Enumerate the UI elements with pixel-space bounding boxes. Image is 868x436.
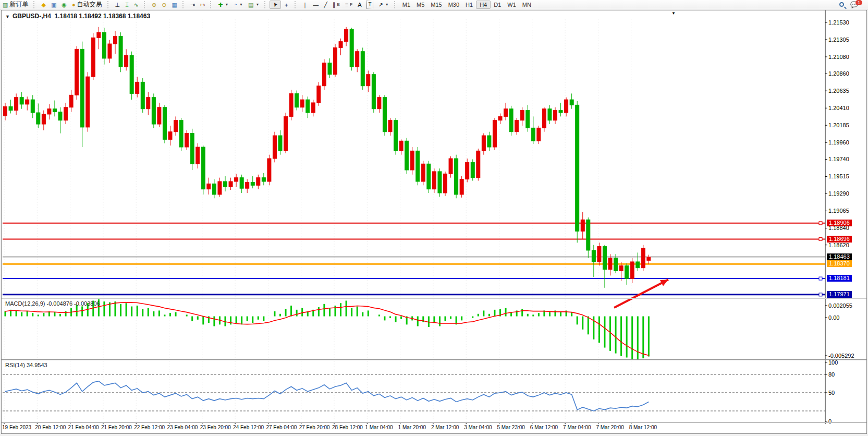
publish-icon[interactable]: ▣ [48, 1, 59, 9]
candle-body [64, 107, 68, 120]
bar-chart-icon[interactable]: ⊥ [113, 1, 123, 9]
date-axis-label: 21 Feb 20:00 [101, 425, 132, 430]
candle-body [300, 100, 304, 107]
zoom-out-icon[interactable]: ⊖ [159, 1, 169, 9]
candle-body [278, 136, 282, 151]
candle-body [449, 159, 453, 174]
templates-icon-caret[interactable]: ▼ [255, 3, 259, 6]
channel-icon[interactable]: ∥E [330, 1, 343, 9]
timeframe-mn[interactable]: MN [519, 1, 534, 9]
candle-body [361, 52, 364, 86]
candlestick-chart-icon[interactable]: ⌶ [123, 1, 131, 9]
candle-body [141, 82, 144, 108]
channel-icon: ∥ [333, 1, 336, 8]
timeframe-w1[interactable]: W1 [504, 1, 519, 9]
date-axis-splitter [2, 422, 866, 423]
candle-body [190, 134, 194, 164]
auto-trading-button[interactable]: ●自动交易 [69, 1, 105, 9]
toolbar-separator [182, 1, 186, 8]
price-tick-label: 1.21530 [828, 19, 849, 26]
arrows-icon-caret[interactable]: ▼ [385, 3, 389, 6]
price-tick-label: 1.21080 [828, 54, 849, 60]
arrows-icon[interactable]: ↗▼ [376, 1, 392, 9]
timeframe-m1[interactable]: M1 [399, 1, 413, 9]
tile-windows-icon[interactable]: ▦ [169, 1, 179, 9]
candle-body [531, 128, 535, 141]
periods-icon: ◔ [234, 1, 237, 8]
fibonacci-icon[interactable]: ≡F [343, 1, 355, 9]
trendline-icon[interactable]: ╱ [321, 1, 330, 9]
date-axis-label: 7 Mar 04:00 [563, 425, 591, 430]
candle-body [86, 77, 90, 127]
candle-body [125, 55, 128, 67]
vertical-line-icon[interactable]: ｜ [300, 1, 311, 9]
timeframe-m5[interactable]: M5 [413, 1, 427, 9]
periods-icon[interactable]: ◔▼ [231, 1, 246, 9]
rsi-pane-splitter[interactable] [2, 359, 866, 360]
candle-body [207, 184, 211, 189]
notification-badge: 1 [855, 0, 862, 5]
line-anchor-handle[interactable] [819, 277, 822, 280]
candle-body [179, 120, 183, 147]
cursor-icon[interactable]: ➤ [270, 1, 280, 9]
candle-body [328, 63, 332, 75]
new-order-button[interactable]: ▥新订单 [0, 1, 31, 9]
candle-body [581, 220, 584, 231]
date-axis-label: 1 Mar 04:00 [365, 425, 393, 430]
tile-windows-icon: ▦ [172, 1, 177, 8]
candle-body [212, 184, 216, 195]
gold-ingot-icon[interactable]: ◆ [39, 1, 48, 9]
horizontal-line-icon[interactable]: — [310, 1, 321, 9]
scroll-to-end-marker[interactable]: ▼ [671, 11, 676, 16]
candle-body [636, 262, 640, 268]
toolbar-separator [394, 1, 398, 8]
timeframe-h1[interactable]: H1 [462, 1, 476, 9]
candle-body [565, 100, 568, 113]
signal-icon[interactable]: ◉ [59, 1, 69, 9]
line-anchor-handle[interactable] [819, 293, 822, 296]
candle-body [356, 52, 359, 67]
candle-body [432, 172, 436, 189]
toolbar-separator [295, 1, 298, 8]
line-anchor-handle[interactable] [819, 238, 822, 241]
search-icon[interactable] [839, 2, 844, 7]
line-chart-icon[interactable]: ∿ [131, 1, 141, 9]
candle-body [377, 98, 381, 109]
candle-body [576, 105, 579, 231]
candle-body [201, 147, 205, 189]
chevron-down-icon[interactable]: ▼ [5, 14, 10, 19]
candle-body [466, 162, 469, 179]
arrow-object[interactable] [614, 280, 668, 308]
candle-body [114, 36, 117, 44]
candle-body [444, 174, 447, 193]
candle-body [334, 47, 337, 74]
text-label-icon[interactable]: T [364, 1, 375, 9]
candle-body [322, 63, 326, 86]
zoom-in-icon[interactable]: ⊕ [149, 1, 159, 9]
timeframe-m30[interactable]: M30 [445, 1, 462, 9]
templates-icon[interactable]: ▤▼ [246, 1, 262, 9]
crosshair-icon[interactable]: ＋ [281, 1, 292, 9]
candle-body [224, 181, 227, 187]
indicators-icon-caret[interactable]: ▼ [225, 3, 228, 6]
periods-icon-caret[interactable]: ▼ [239, 3, 243, 6]
candle-body [498, 116, 502, 120]
date-axis-label: 23 Feb 04:00 [167, 425, 198, 430]
chart-shift-icon[interactable]: ⇥ [188, 1, 198, 9]
candle-body [614, 258, 618, 271]
line-anchor-handle[interactable] [819, 222, 822, 225]
price-tick-label: 1.19515 [828, 173, 849, 179]
macd-pane-splitter[interactable] [2, 298, 866, 299]
candle-body [421, 164, 425, 181]
chart-canvas[interactable] [0, 0, 868, 436]
date-axis-label: 2 Mar 12:00 [431, 425, 459, 430]
timeframe-m15[interactable]: M15 [427, 1, 445, 9]
candle-body [256, 178, 260, 186]
indicators-icon[interactable]: ✚▼ [215, 1, 231, 9]
timeframe-h4[interactable]: H4 [476, 1, 491, 9]
text-icon[interactable]: A [355, 1, 364, 9]
auto-trading-button-label: 自动交易 [77, 0, 102, 9]
candlestick-chart-icon: ⌶ [125, 1, 129, 8]
auto-scroll-icon[interactable]: ↦ [198, 1, 207, 9]
timeframe-d1[interactable]: D1 [491, 1, 504, 9]
